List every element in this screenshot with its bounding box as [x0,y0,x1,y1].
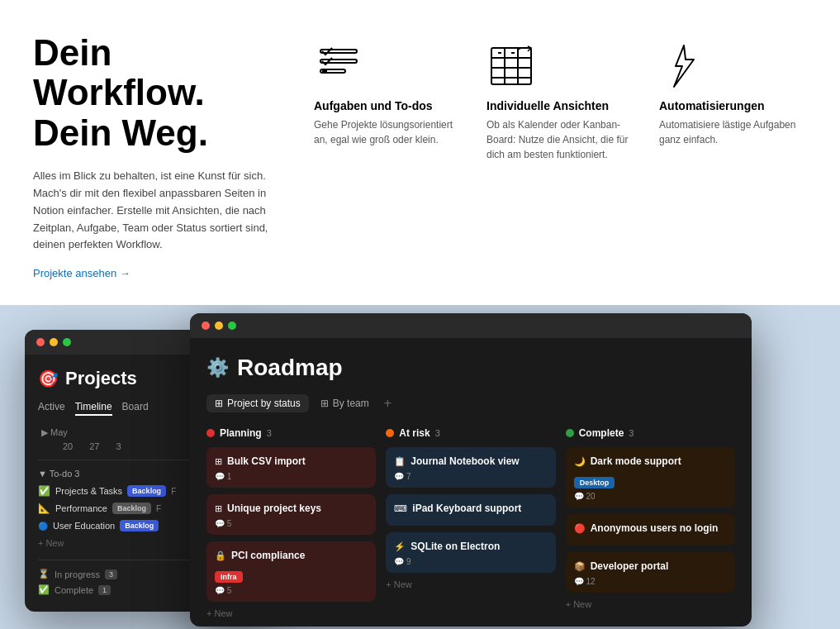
card-darkmode-meta: 💬 20 [574,492,727,501]
tab-status-icon: ⊞ [215,398,223,409]
hero-title: Dein Workflow. Dein Weg. [33,33,281,153]
task-col-2: F [156,504,161,513]
comment-icon-pci: 💬 5 [215,586,231,595]
progress-count: 3 [105,569,117,579]
card-ipad-icon: ⌨ [394,503,407,514]
titlebar-dot-green [63,338,71,346]
col-header-complete: Complete 3 [566,427,735,439]
svg-rect-1 [320,60,357,63]
planning-title: Planning [220,427,262,439]
card-pci-meta: 💬 5 [215,586,368,595]
roadmap-title: Roadmap [237,355,343,381]
hero-link[interactable]: Projekte ansehen → [33,267,131,279]
roadmap-header: ⚙️ Roadmap [206,355,735,381]
tab-active[interactable]: Active [38,401,65,416]
card-keys-meta: 💬 5 [215,519,368,528]
ansichten-title: Individuelle Ansichten [486,99,634,112]
aufgaben-desc: Gehe Projekte lösungsorientiert an, egal… [314,117,462,147]
triangle-icon: ▼ [38,469,50,479]
card-devportal-icon: 📦 [574,561,586,572]
automatisierungen-desc: Automatisiere lästige Aufgaben ganz einf… [659,117,807,147]
tab-timeline[interactable]: Timeline [75,401,112,416]
date-1: 20 [63,441,73,451]
complete-add-new[interactable]: + New [566,599,735,609]
card-devportal[interactable]: 📦 Developer portal 💬 12 [566,552,735,593]
card-devportal-meta: 💬 12 [574,577,727,586]
comment-icon-journal: 💬 7 [394,472,411,481]
card-anonymous-icon: 🔴 [574,523,586,534]
card-darkmode-title: Dark mode support [591,455,681,467]
hero-title-line2: Dein Weg. [33,112,208,153]
roadmap-gear-icon: ⚙️ [206,357,229,379]
card-devportal-header: 📦 Developer portal [574,560,727,572]
ansichten-desc: Ob als Kalender oder Kanban-Board: Nutze… [486,117,634,162]
comment-icon-bulk: 💬 1 [215,472,231,481]
projects-circle-icon: 🎯 [38,369,59,388]
timeline-arrow: ▶ [41,427,50,437]
automatisierungen-title: Automatisierungen [659,99,807,112]
atrisk-title: At risk [399,427,429,439]
task-check-icon-2: 📐 [38,503,50,514]
comment-icon-keys: 💬 5 [215,519,231,528]
task-tag-2: Backlog [112,503,151,514]
card-anonymous[interactable]: 🔴 Anonymous users no login [566,514,735,546]
titlebar-dot-red [36,338,45,346]
task-name-1: Projects & Tasks [55,486,122,496]
card-devportal-title: Developer portal [591,560,669,572]
card-journal[interactable]: 📋 Journal Notebook view 💬 7 [386,447,555,488]
comment-icon-sqlite: 💬 9 [394,557,411,566]
comment-icon-darkmode: 💬 20 [574,492,596,501]
card-keys-header: ⊞ Unique project keys [215,503,368,514]
complete-count-label: 3 [629,428,634,438]
aufgaben-icon [314,41,363,91]
complete-count: 1 [98,585,111,595]
atrisk-count: 3 [435,428,440,438]
planning-add-new[interactable]: + New [206,608,376,618]
card-ipad-keyboard[interactable]: ⌨ iPad Keyboard support [386,494,555,526]
svg-rect-0 [320,50,357,53]
col-header-atrisk: At risk 3 [386,427,555,439]
card-journal-header: 📋 Journal Notebook view [394,455,547,467]
automatisierungen-icon [659,41,709,91]
complete-dot [566,429,574,437]
roadmap-titlebar [190,313,752,338]
hero-left: Dein Workflow. Dein Weg. Alles im Blick … [33,33,281,280]
card-journal-icon: 📋 [394,456,406,467]
feature-aufgaben: Aufgaben und To-dos Gehe Projekte lösung… [314,41,462,147]
card-ipad-header: ⌨ iPad Keyboard support [394,503,547,514]
kanban-col-planning: Planning 3 ⊞ Bulk CSV import 💬 1 [206,427,376,618]
tab-board[interactable]: Board [122,401,149,416]
roadmap-dot-yellow [215,322,223,330]
roadmap-tab-team[interactable]: ⊞ By team [312,394,377,412]
circle-complete-icon: ✅ [38,584,50,595]
feature-automatisierungen: Automatisierungen Automatisiere lästige … [659,41,807,147]
date-2: 27 [89,441,99,451]
card-pci-title: PCI compliance [231,550,305,561]
roadmap-tab-add[interactable]: + [384,396,392,411]
card-sqlite-header: ⚡ SQLite on Electron [394,541,547,552]
card-bulk-icon: ⊞ [215,456,222,467]
card-bulk-title: Bulk CSV import [227,455,306,467]
section-complete-label: Complete [55,585,93,595]
card-pci-header: 🔒 PCI compliance [215,550,368,561]
kanban-board: Planning 3 ⊞ Bulk CSV import 💬 1 [206,427,735,618]
card-keys-title: Unique project keys [227,503,321,514]
roadmap-content: ⚙️ Roadmap ⊞ Project by status ⊞ By team… [190,338,752,627]
atrisk-add-new[interactable]: + New [386,579,555,589]
card-bulk-meta: 💬 1 [215,472,368,481]
card-journal-meta: 💬 7 [394,472,547,481]
top-section: Dein Workflow. Dein Weg. Alles im Blick … [0,0,840,305]
task-tag-3: Backlog [120,520,159,531]
card-darkmode[interactable]: 🌙 Dark mode support Desktop 💬 20 [566,447,735,507]
card-darkmode-header: 🌙 Dark mode support [574,455,727,467]
card-unique-keys[interactable]: ⊞ Unique project keys 💬 5 [206,494,376,535]
card-bulk-csv[interactable]: ⊞ Bulk CSV import 💬 1 [206,447,376,488]
timeline-month-label: May [50,427,68,437]
card-sqlite[interactable]: ⚡ SQLite on Electron 💬 9 [386,532,555,573]
card-journal-title: Journal Notebook view [411,455,519,467]
roadmap-tab-status[interactable]: ⊞ Project by status [206,394,309,412]
card-pci[interactable]: 🔒 PCI compliance Infra 💬 5 [206,541,376,602]
roadmap-window: ⚙️ Roadmap ⊞ Project by status ⊞ By team… [190,313,752,627]
task-name-2: Performance [55,503,107,513]
card-bulk-header: ⊞ Bulk CSV import [215,455,368,467]
